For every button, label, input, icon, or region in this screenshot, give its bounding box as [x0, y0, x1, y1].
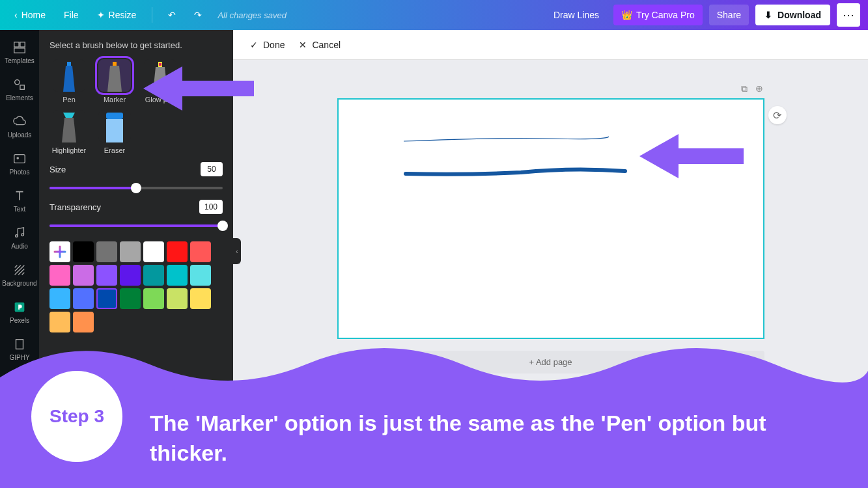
cancel-button[interactable]: ✕ Cancel	[294, 36, 346, 54]
brush-panel: Select a brush below to get started. Pen…	[39, 30, 233, 488]
rail-text[interactable]: Text	[0, 182, 39, 219]
color-red[interactable]	[167, 241, 188, 262]
duplicate-page-button[interactable]: ⧉	[741, 83, 748, 94]
svg-rect-13	[113, 62, 117, 66]
color-yellow[interactable]	[190, 288, 211, 309]
home-button[interactable]: ‹ Home	[8, 6, 52, 24]
rail-uploads[interactable]: Uploads	[0, 108, 39, 145]
svg-point-6	[16, 157, 19, 159]
brush-highlighter[interactable]: Highlighter	[49, 110, 89, 154]
brush-pen[interactable]: Pen	[49, 59, 89, 103]
color-coral[interactable]	[190, 241, 211, 262]
color-green[interactable]	[120, 288, 141, 309]
brush-glow[interactable]: Glow pen	[141, 59, 180, 103]
transparency-slider[interactable]	[49, 219, 223, 232]
svg-marker-17	[153, 67, 167, 92]
redo-button[interactable]: ↷	[188, 6, 208, 24]
panel-title: Select a brush below to get started.	[49, 40, 223, 50]
canvas-page[interactable]: ⟳	[337, 98, 764, 339]
resize-menu[interactable]: ✦ Resize	[91, 6, 143, 24]
svg-marker-18	[63, 113, 75, 118]
color-black[interactable]	[73, 241, 94, 262]
try-pro-button[interactable]: 👑 Try Canva Pro	[613, 5, 703, 25]
color-navy[interactable]	[96, 288, 117, 309]
color-violet[interactable]	[73, 265, 94, 286]
file-menu[interactable]: File	[57, 6, 85, 24]
svg-marker-12	[63, 66, 75, 92]
color-azure[interactable]	[73, 288, 94, 309]
add-page-icon-button[interactable]: ⊕	[755, 83, 763, 94]
cancel-label: Cancel	[312, 40, 341, 50]
svg-point-8	[21, 234, 24, 236]
rail-elements-label: Elements	[6, 94, 33, 102]
rail-background[interactable]: Background	[0, 256, 39, 293]
svg-rect-16	[159, 63, 161, 66]
color-cyan[interactable]	[167, 265, 188, 286]
giphy-icon	[12, 337, 27, 351]
document-title[interactable]: Draw Lines	[553, 10, 599, 20]
chevron-left-icon: ‹	[14, 10, 18, 20]
color-teal[interactable]	[143, 265, 164, 286]
marker-icon	[105, 62, 124, 92]
done-button[interactable]: ✓ Done	[245, 36, 290, 54]
pen-icon	[59, 62, 79, 92]
brush-marker-label: Marker	[104, 96, 126, 103]
color-purple[interactable]	[96, 265, 117, 286]
resize-label: Resize	[109, 10, 137, 20]
text-icon	[12, 189, 27, 203]
svg-rect-10	[16, 340, 23, 349]
file-label: File	[64, 10, 79, 20]
color-swatches	[49, 241, 223, 332]
rail-pexels[interactable]: Pexels	[0, 293, 39, 331]
svg-rect-20	[106, 113, 123, 119]
resize-icon: ✦	[97, 10, 105, 20]
color-chartreuse[interactable]	[167, 288, 188, 309]
glow-pen-icon	[150, 62, 170, 92]
audio-icon	[12, 226, 27, 240]
brush-marker[interactable]: Marker	[95, 59, 134, 103]
color-lime[interactable]	[143, 288, 164, 309]
add-page-label: + Add page	[529, 357, 572, 367]
rail-giphy[interactable]: GIPHY	[0, 331, 39, 368]
rail-photos[interactable]: Photos	[0, 145, 39, 182]
uploads-icon	[12, 115, 27, 129]
color-grey[interactable]	[96, 241, 117, 262]
undo-button[interactable]: ↶	[161, 6, 182, 24]
rail-audio[interactable]: Audio	[0, 219, 39, 256]
color-sky[interactable]	[190, 265, 211, 286]
download-label: Download	[777, 10, 821, 20]
color-pink[interactable]	[49, 265, 70, 286]
brush-eraser[interactable]: Eraser	[95, 110, 134, 154]
color-orange[interactable]	[73, 312, 94, 332]
size-slider[interactable]	[49, 182, 223, 195]
color-gold[interactable]	[49, 312, 70, 332]
color-blue[interactable]	[49, 288, 70, 309]
redo-icon: ↷	[194, 10, 202, 20]
rail-giphy-label: GIPHY	[9, 354, 29, 361]
color-indigo[interactable]	[120, 265, 141, 286]
size-label: Size	[49, 165, 66, 174]
canvas-area: ✓ Done ✕ Cancel ⧉ ⊕ ⟳	[233, 30, 868, 488]
svg-point-3	[15, 80, 20, 85]
share-button[interactable]: Share	[709, 5, 749, 25]
transparency-value[interactable]: 100	[199, 200, 223, 214]
svg-point-7	[16, 235, 18, 237]
home-label: Home	[21, 10, 46, 20]
share-label: Share	[717, 10, 741, 20]
rail-templates[interactable]: Templates	[0, 34, 39, 71]
add-color-button[interactable]	[49, 241, 70, 262]
photos-icon	[12, 152, 27, 166]
download-icon: ⬇	[764, 10, 772, 20]
rail-audio-label: Audio	[11, 243, 28, 250]
add-page-button[interactable]: + Add page	[337, 351, 764, 373]
size-value[interactable]: 50	[201, 162, 223, 176]
rail-templates-label: Templates	[5, 57, 35, 64]
download-button[interactable]: ⬇ Download	[755, 5, 830, 25]
color-ltgrey[interactable]	[120, 241, 141, 262]
refresh-icon: ⟳	[773, 109, 781, 122]
rail-elements[interactable]: Elements	[0, 71, 39, 108]
color-white[interactable]	[143, 241, 164, 262]
topbar: ‹ Home File ✦ Resize ↶ ↷ All changes sav…	[0, 0, 868, 30]
more-button[interactable]: ⋯	[837, 3, 860, 27]
refresh-button[interactable]: ⟳	[768, 106, 787, 124]
